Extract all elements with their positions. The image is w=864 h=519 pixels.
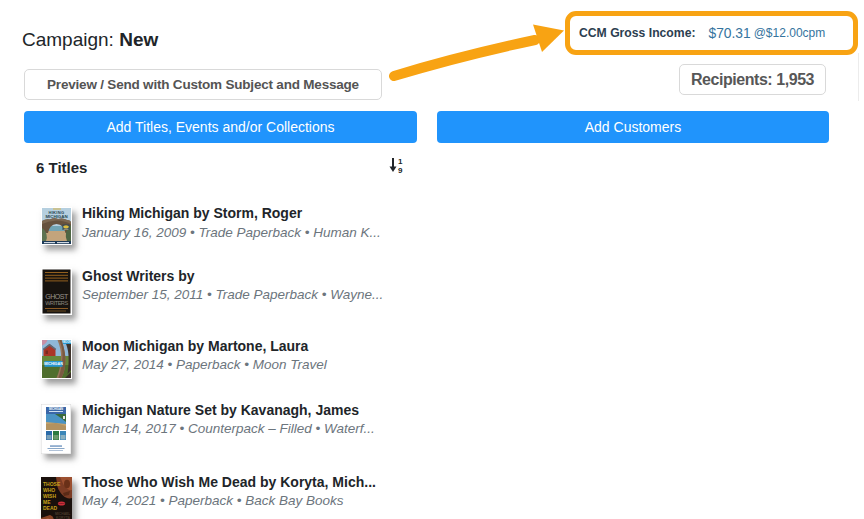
svg-text:MICHIGAN: MICHIGAN [44, 362, 63, 366]
svg-text:9: 9 [398, 166, 403, 174]
svg-text:DEAD: DEAD [43, 505, 58, 511]
svg-text:1: 1 [398, 157, 403, 166]
svg-text:WRITERS: WRITERS [45, 300, 68, 306]
svg-text:MICHIGAN: MICHIGAN [49, 407, 63, 411]
svg-text:GHOST: GHOST [45, 293, 69, 300]
svg-text:MOON: MOON [63, 340, 71, 344]
